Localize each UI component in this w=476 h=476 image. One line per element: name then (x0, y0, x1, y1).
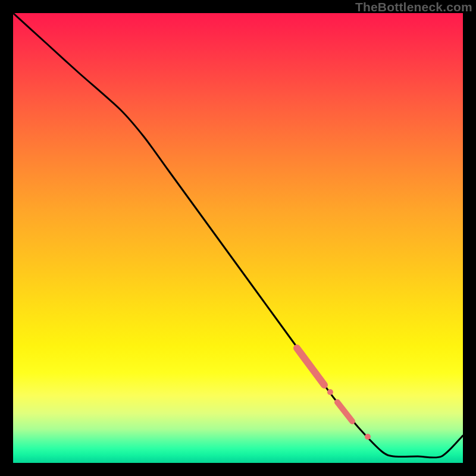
marker-dot (365, 434, 371, 440)
curve-svg (13, 13, 463, 463)
marker-dot (327, 389, 333, 395)
markers-group (297, 348, 371, 440)
marker-capsule (337, 402, 352, 421)
plot-area (13, 13, 463, 463)
curve-path (13, 13, 463, 458)
watermark-text: TheBottleneck.com (355, 0, 472, 14)
chart-container: TheBottleneck.com (0, 0, 476, 476)
marker-capsule (297, 348, 324, 385)
